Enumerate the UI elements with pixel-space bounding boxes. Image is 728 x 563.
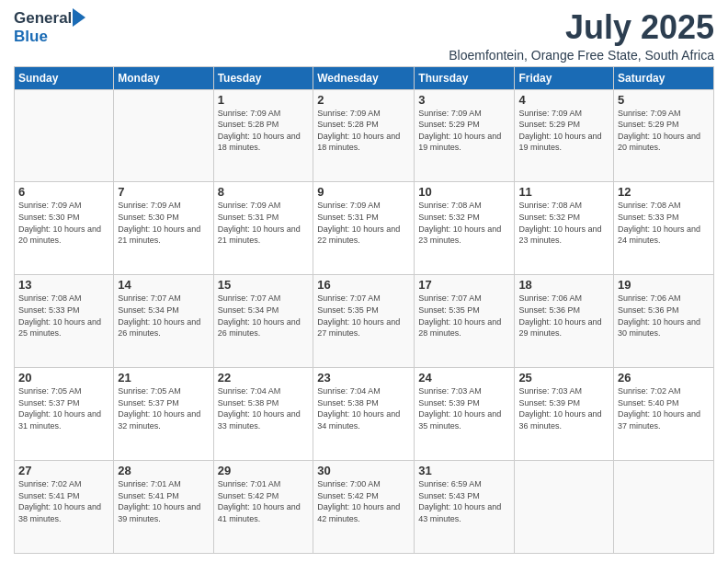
cell-content-line: Sunrise: 7:03 AM bbox=[518, 385, 609, 397]
day-number: 26 bbox=[618, 371, 710, 385]
cell-content-line: Sunrise: 7:05 AM bbox=[118, 385, 209, 397]
cell-content-line: Sunset: 5:34 PM bbox=[218, 304, 310, 316]
cell-content-line: Daylight: 10 hours and 18 minutes. bbox=[317, 131, 410, 154]
cell-content-line: Sunset: 5:37 PM bbox=[118, 397, 209, 409]
cell-content-line: Sunset: 5:39 PM bbox=[418, 397, 510, 409]
cell-content-line: Daylight: 10 hours and 41 minutes. bbox=[218, 501, 310, 524]
cell-content-line: Daylight: 10 hours and 39 minutes. bbox=[118, 501, 209, 524]
cell-content-line: Daylight: 10 hours and 43 minutes. bbox=[418, 501, 510, 524]
calendar-cell: 26Sunrise: 7:02 AMSunset: 5:40 PMDayligh… bbox=[614, 368, 714, 461]
calendar-cell: 14Sunrise: 7:07 AMSunset: 5:34 PMDayligh… bbox=[114, 275, 213, 368]
cell-content-line: Sunrise: 7:01 AM bbox=[118, 478, 209, 490]
cell-content-line: Sunrise: 7:09 AM bbox=[218, 108, 310, 120]
calendar-week-row: 13Sunrise: 7:08 AMSunset: 5:33 PMDayligh… bbox=[15, 275, 714, 368]
cell-content-line: Daylight: 10 hours and 42 minutes. bbox=[317, 501, 410, 524]
cell-content-line: Daylight: 10 hours and 29 minutes. bbox=[518, 316, 609, 339]
cell-content-line: Sunset: 5:29 PM bbox=[618, 119, 710, 131]
cell-content-line: Sunset: 5:35 PM bbox=[317, 304, 410, 316]
cell-content-line: Daylight: 10 hours and 34 minutes. bbox=[317, 408, 410, 431]
cell-content-line: Daylight: 10 hours and 19 minutes. bbox=[518, 131, 609, 154]
day-number: 25 bbox=[518, 371, 609, 385]
cell-content-line: Sunrise: 7:02 AM bbox=[618, 385, 710, 397]
cell-content-line: Sunrise: 6:59 AM bbox=[418, 478, 510, 490]
cell-content-line: Daylight: 10 hours and 23 minutes. bbox=[418, 224, 510, 247]
cell-content-line: Sunrise: 7:07 AM bbox=[118, 293, 209, 304]
calendar-cell: 30Sunrise: 7:00 AMSunset: 5:42 PMDayligh… bbox=[313, 461, 415, 554]
day-number: 15 bbox=[218, 278, 310, 292]
calendar-cell bbox=[515, 461, 614, 554]
cell-content-line: Daylight: 10 hours and 22 minutes. bbox=[317, 224, 410, 247]
calendar-cell: 21Sunrise: 7:05 AMSunset: 5:37 PMDayligh… bbox=[114, 368, 213, 461]
day-number: 3 bbox=[418, 93, 510, 107]
cell-content-line: Sunset: 5:30 PM bbox=[18, 212, 109, 224]
cell-content-line: Sunrise: 7:08 AM bbox=[18, 293, 109, 304]
cell-content-line: Sunset: 5:42 PM bbox=[218, 490, 310, 502]
cell-content-line: Sunrise: 7:00 AM bbox=[317, 478, 410, 490]
day-number: 4 bbox=[518, 93, 609, 107]
cell-content-line: Sunset: 5:29 PM bbox=[418, 119, 510, 131]
calendar-cell: 23Sunrise: 7:04 AMSunset: 5:38 PMDayligh… bbox=[313, 368, 415, 461]
cell-content-line: Daylight: 10 hours and 31 minutes. bbox=[18, 408, 109, 431]
cell-content-line: Sunset: 5:31 PM bbox=[218, 212, 310, 224]
day-number: 2 bbox=[317, 93, 410, 107]
cell-content-line: Sunrise: 7:09 AM bbox=[118, 200, 209, 212]
calendar-week-row: 27Sunrise: 7:02 AMSunset: 5:41 PMDayligh… bbox=[15, 461, 714, 554]
day-number: 7 bbox=[118, 185, 209, 199]
cell-content-line: Daylight: 10 hours and 27 minutes. bbox=[317, 316, 410, 339]
calendar-week-row: 20Sunrise: 7:05 AMSunset: 5:37 PMDayligh… bbox=[15, 368, 714, 461]
day-of-week-header: Wednesday bbox=[313, 66, 415, 89]
day-number: 6 bbox=[18, 185, 109, 199]
calendar-cell: 10Sunrise: 7:08 AMSunset: 5:32 PMDayligh… bbox=[415, 182, 515, 275]
cell-content-line: Sunrise: 7:06 AM bbox=[618, 293, 710, 304]
day-number: 19 bbox=[618, 278, 710, 292]
day-number: 18 bbox=[518, 278, 609, 292]
cell-content-line: Daylight: 10 hours and 24 minutes. bbox=[618, 224, 710, 247]
day-number: 23 bbox=[317, 371, 410, 385]
day-number: 12 bbox=[618, 185, 710, 199]
day-of-week-header: Tuesday bbox=[213, 66, 313, 89]
day-number: 24 bbox=[418, 371, 510, 385]
cell-content-line: Sunset: 5:32 PM bbox=[518, 212, 609, 224]
calendar-page: General Blue July 2025 Bloemfontein, Ora… bbox=[0, 0, 728, 563]
day-number: 16 bbox=[317, 278, 410, 292]
subtitle: Bloemfontein, Orange Free State, South A… bbox=[449, 48, 714, 63]
calendar-week-row: 6Sunrise: 7:09 AMSunset: 5:30 PMDaylight… bbox=[15, 182, 714, 275]
logo-triangle-icon bbox=[73, 8, 85, 27]
day-number: 28 bbox=[118, 464, 209, 477]
cell-content-line: Sunset: 5:29 PM bbox=[518, 119, 609, 131]
title-area: July 2025 Bloemfontein, Orange Free Stat… bbox=[449, 9, 714, 63]
cell-content-line: Sunset: 5:41 PM bbox=[118, 490, 209, 502]
calendar-cell: 28Sunrise: 7:01 AMSunset: 5:41 PMDayligh… bbox=[114, 461, 213, 554]
day-number: 11 bbox=[518, 185, 609, 199]
cell-content-line: Sunset: 5:36 PM bbox=[618, 304, 710, 316]
day-number: 29 bbox=[218, 464, 310, 477]
day-number: 21 bbox=[118, 371, 209, 385]
cell-content-line: Sunrise: 7:09 AM bbox=[618, 108, 710, 120]
cell-content-line: Sunset: 5:35 PM bbox=[418, 304, 510, 316]
calendar-cell: 7Sunrise: 7:09 AMSunset: 5:30 PMDaylight… bbox=[114, 182, 213, 275]
cell-content-line: Sunset: 5:39 PM bbox=[518, 397, 609, 409]
day-number: 10 bbox=[418, 185, 510, 199]
cell-content-line: Sunrise: 7:08 AM bbox=[618, 200, 710, 212]
cell-content-line: Sunset: 5:37 PM bbox=[18, 397, 109, 409]
cell-content-line: Daylight: 10 hours and 26 minutes. bbox=[218, 316, 310, 339]
day-of-week-header: Monday bbox=[114, 66, 213, 89]
calendar-table: SundayMondayTuesdayWednesdayThursdayFrid… bbox=[14, 66, 714, 554]
calendar-cell bbox=[15, 89, 114, 182]
cell-content-line: Sunset: 5:28 PM bbox=[317, 119, 410, 131]
calendar-cell: 18Sunrise: 7:06 AMSunset: 5:36 PMDayligh… bbox=[515, 275, 614, 368]
cell-content-line: Sunrise: 7:04 AM bbox=[218, 385, 310, 397]
day-of-week-header: Sunday bbox=[15, 66, 114, 89]
cell-content-line: Daylight: 10 hours and 37 minutes. bbox=[618, 408, 710, 431]
cell-content-line: Daylight: 10 hours and 38 minutes. bbox=[18, 501, 109, 524]
day-number: 5 bbox=[618, 93, 710, 107]
cell-content-line: Daylight: 10 hours and 25 minutes. bbox=[18, 316, 109, 339]
calendar-cell: 29Sunrise: 7:01 AMSunset: 5:42 PMDayligh… bbox=[213, 461, 313, 554]
cell-content-line: Sunrise: 7:09 AM bbox=[218, 200, 310, 212]
cell-content-line: Daylight: 10 hours and 33 minutes. bbox=[218, 408, 310, 431]
main-title: July 2025 bbox=[449, 9, 714, 46]
calendar-cell: 27Sunrise: 7:02 AMSunset: 5:41 PMDayligh… bbox=[15, 461, 114, 554]
cell-content-line: Sunset: 5:33 PM bbox=[18, 304, 109, 316]
cell-content-line: Sunset: 5:38 PM bbox=[218, 397, 310, 409]
calendar-cell bbox=[114, 89, 213, 182]
